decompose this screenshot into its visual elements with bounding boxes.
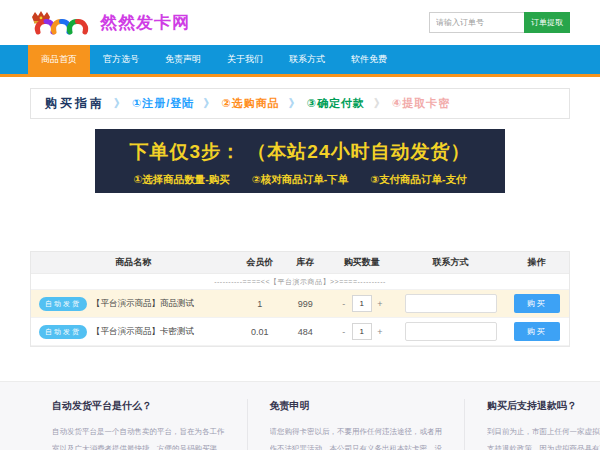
footer-text-line: 室以及广大消费者提供最快捷、方便的号码购买渠 <box>52 440 225 450</box>
qty-minus-button[interactable]: - <box>340 299 348 309</box>
footer-col-what-is: 自动发货平台是什么？ 自动发货平台是一个自动售卖的平台，旨在为各工作 室以及广大… <box>30 399 247 450</box>
col-stock: 库存 <box>284 256 327 269</box>
guide-step-register: ①注册/登陆 <box>132 96 194 111</box>
main-nav: 商品首页 官方选号 免责声明 关于我们 联系方式 软件免费 <box>0 45 600 77</box>
chevron-separator-icon: 》 <box>114 96 123 111</box>
guide-step-extract: ④提取卡密 <box>392 96 450 111</box>
col-product-name: 商品名称 <box>31 256 235 269</box>
order-search: 订单提取 <box>429 12 570 33</box>
top-header: 然然发卡网 订单提取 <box>0 0 600 45</box>
logo-arcs-icon <box>30 10 92 36</box>
banner-headline: 下单仅3步： （本站24小时自动发货） <box>95 139 505 165</box>
table-row: 自动发货 【平台演示商品】商品测试 1 999 - + 购买 <box>31 290 569 318</box>
nav-item-contact[interactable]: 联系方式 <box>276 45 338 74</box>
member-price: 0.01 <box>235 327 283 337</box>
qty-plus-button[interactable]: + <box>376 327 384 337</box>
nav-item-about-us[interactable]: 关于我们 <box>214 45 276 74</box>
footer-col-disclaimer: 免责申明 请您购得卡密以后，不要用作任何违法途径，或者用 作不法犯罪活动，本公司… <box>247 399 465 450</box>
stock-count: 999 <box>284 299 327 309</box>
col-member-price: 会员价 <box>235 256 283 269</box>
footer-col-title: 自动发货平台是什么？ <box>52 399 225 413</box>
footer-col-title: 购买后支持退款吗？ <box>487 399 600 413</box>
site-logo[interactable]: 然然发卡网 <box>30 10 190 36</box>
guide-step-select: ②选购商品 <box>221 96 279 111</box>
site-title: 然然发卡网 <box>100 11 190 34</box>
quantity-input[interactable] <box>352 323 372 340</box>
buy-button[interactable]: 购买 <box>514 322 560 341</box>
chevron-separator-icon: 》 <box>374 96 383 111</box>
chevron-separator-icon: 》 <box>203 96 212 111</box>
auto-delivery-badge: 自动发货 <box>39 297 87 311</box>
col-contact: 联系方式 <box>397 256 505 269</box>
order-number-input[interactable] <box>429 12 524 33</box>
page-footer: 自动发货平台是什么？ 自动发货平台是一个自动售卖的平台，旨在为各工作 室以及广大… <box>0 381 600 450</box>
member-price: 1 <box>235 299 283 309</box>
contact-input[interactable] <box>405 322 497 341</box>
auto-delivery-badge: 自动发货 <box>39 325 87 339</box>
footer-text-line: 作不法犯罪活动，本公司只有义务出租本站卡密，没 <box>270 440 443 450</box>
purchase-guide-bar: 购买指南 》 ①注册/登陆 》 ②选购商品 》 ③确定付款 》 ④提取卡密 <box>30 88 570 119</box>
guide-step-pay: ③确定付款 <box>307 96 365 111</box>
nav-item-free-software[interactable]: 软件免费 <box>338 45 400 74</box>
stock-count: 484 <box>284 327 327 337</box>
banner-step-2: ②核对商品订单-下单 <box>252 173 348 187</box>
col-action: 操作 <box>504 256 569 269</box>
nav-item-official-numbers[interactable]: 官方选号 <box>90 45 152 74</box>
footer-col-refund: 购买后支持退款吗？ 到目前为止，市面上任何一家虚拟商品购买平台都不 支持退款政策… <box>464 399 600 450</box>
chevron-separator-icon: 》 <box>289 96 298 111</box>
category-separator-row: ----------====<<【平台演示商品】>>====---------- <box>31 274 569 290</box>
quantity-input[interactable] <box>352 295 372 312</box>
product-name[interactable]: 【平台演示商品】卡密测试 <box>92 326 194 338</box>
contact-input[interactable] <box>405 294 497 313</box>
footer-text-line: 到目前为止，市面上任何一家虚拟商品购买平台都不 <box>487 423 600 440</box>
table-row: 自动发货 【平台演示商品】卡密测试 0.01 484 - + 购买 <box>31 318 569 346</box>
table-header-row: 商品名称 会员价 库存 购买数量 联系方式 操作 <box>31 252 569 274</box>
banner-step-1: ①选择商品数量-购买 <box>133 173 229 187</box>
qty-minus-button[interactable]: - <box>340 327 348 337</box>
nav-item-home[interactable]: 商品首页 <box>28 45 90 74</box>
nav-item-disclaimer[interactable]: 免责声明 <box>152 45 214 74</box>
col-quantity: 购买数量 <box>327 256 397 269</box>
guide-title: 购买指南 <box>45 95 105 112</box>
footer-text-line: 支持退款政策，因为虚拟商品具有可复制性！出于对 <box>487 440 600 450</box>
footer-col-title: 免责申明 <box>270 399 443 413</box>
order-extract-button[interactable]: 订单提取 <box>524 12 570 33</box>
product-name[interactable]: 【平台演示商品】商品测试 <box>92 298 194 310</box>
footer-text-line: 自动发货平台是一个自动售卖的平台，旨在为各工作 <box>52 423 225 440</box>
buy-button[interactable]: 购买 <box>514 294 560 313</box>
qty-plus-button[interactable]: + <box>376 299 384 309</box>
product-table: 商品名称 会员价 库存 购买数量 联系方式 操作 ----------====<… <box>30 251 570 347</box>
promo-banner: 下单仅3步： （本站24小时自动发货） ①选择商品数量-购买 ②核对商品订单-下… <box>95 129 505 193</box>
banner-step-3: ③支付商品订单-支付 <box>370 173 466 187</box>
footer-text-line: 请您购得卡密以后，不要用作任何违法途径，或者用 <box>270 423 443 440</box>
